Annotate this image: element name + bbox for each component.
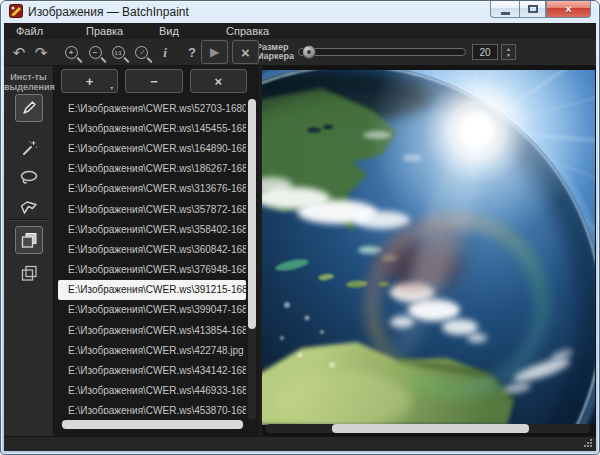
file-list-item[interactable]: E:\Изображения\CWER.ws\399047-1680x1050.… — [58, 300, 246, 320]
minimize-button[interactable] — [490, 1, 519, 18]
info-icon: i — [163, 45, 167, 60]
combine-selection-tool[interactable] — [15, 226, 43, 254]
marker-size-input[interactable]: 20 — [472, 44, 498, 60]
maximize-icon — [528, 5, 538, 13]
zoom-fit-button[interactable]: ↔ — [130, 42, 152, 62]
file-list-item[interactable]: E:\Изображения\CWER.ws\376948-1680x1050.… — [58, 260, 246, 280]
file-list-vertical-scrollbar[interactable] — [248, 98, 256, 420]
layers-outline-icon — [20, 264, 39, 283]
magic-wand-tool[interactable] — [15, 133, 43, 161]
slider-handle-icon[interactable] — [302, 45, 316, 59]
run-icon: ▶ — [210, 45, 219, 59]
toolbar: Размер Маркера 20 ▲ ▼ ↶↷+−1:1↔i?▶× — [4, 39, 596, 66]
file-list-panel: +▾−× E:\Изображения\CWER.ws\52703-1680x1… — [55, 66, 259, 436]
zoom-out-icon: − — [89, 46, 102, 59]
tool-group-separator — [8, 219, 49, 220]
file-list: E:\Изображения\CWER.ws\52703-1680x1050.j… — [58, 98, 246, 414]
run-button[interactable]: ▶ — [201, 40, 228, 64]
close-button[interactable]: × — [546, 1, 591, 18]
file-list-item[interactable]: E:\Изображения\CWER.ws\391215-1680x1050.… — [58, 280, 246, 300]
resize-grip-icon[interactable] — [583, 439, 592, 448]
app-window: Изображения — BatchInpaint × ФайлПравкаВ… — [0, 0, 600, 455]
sidebar-title: Инст-ты выделения — [4, 66, 53, 92]
add-files-button[interactable]: +▾ — [61, 69, 118, 93]
file-list-item[interactable]: E:\Изображения\CWER.ws\413854-1680x1050.… — [58, 320, 246, 340]
zoom-fit-icon: ↔ — [135, 46, 148, 59]
window-title: Изображения — BatchInpaint — [28, 5, 189, 19]
undo-button[interactable]: ↶ — [8, 42, 30, 62]
stop-icon: × — [241, 45, 250, 60]
maximize-button[interactable] — [519, 1, 546, 18]
menu-help[interactable]: Справка — [226, 25, 269, 37]
menu-edit[interactable]: Правка — [86, 25, 123, 37]
file-list-item[interactable]: E:\Изображения\CWER.ws\434142-1680x1050.… — [58, 360, 246, 380]
menu-bar: ФайлПравкаВидСправка — [4, 23, 596, 39]
marker-size-label: Размер Маркера — [256, 43, 296, 61]
zoom-in-icon: + — [65, 46, 78, 59]
file-list-horizontal-scrollbar[interactable] — [61, 420, 244, 429]
info-button[interactable]: i — [154, 42, 176, 62]
remove-file-button[interactable]: − — [125, 69, 182, 93]
pencil-icon — [20, 99, 38, 117]
file-list-item[interactable]: E:\Изображения\CWER.ws\446933-1680x1050.… — [58, 381, 246, 401]
preview-image[interactable] — [262, 70, 595, 425]
file-list-item[interactable]: E:\Изображения\CWER.ws\145455-1680x1050.… — [58, 118, 246, 138]
file-list-item[interactable]: E:\Изображения\CWER.ws\422748.jpg — [58, 340, 246, 360]
redo-icon: ↷ — [35, 45, 48, 60]
undo-icon: ↶ — [13, 45, 26, 60]
preview-horizontal-scrollbar[interactable] — [266, 424, 590, 433]
file-list-item[interactable]: E:\Изображения\CWER.ws\360842-1680x1050.… — [58, 239, 246, 259]
selection-tools-sidebar: Инст-ты выделения — [4, 66, 54, 436]
file-actions: +▾−× — [61, 69, 247, 93]
polygon-lasso-tool[interactable] — [15, 193, 43, 221]
marker-size-spinner[interactable]: ▲ ▼ — [501, 44, 516, 60]
minimize-icon — [501, 12, 510, 15]
file-list-item[interactable]: E:\Изображения\CWER.ws\313676-1680x1050.… — [58, 179, 246, 199]
file-list-item[interactable]: E:\Изображения\CWER.ws\52703-1680x1050.j… — [58, 98, 246, 118]
spin-down-icon[interactable]: ▼ — [506, 52, 511, 58]
zoom-actual-size-icon: 1:1 — [112, 46, 125, 59]
subtract-selection-tool[interactable] — [15, 259, 43, 287]
pencil-tool[interactable] — [15, 94, 43, 122]
main-area: Инст-ты выделения +▾−× E:\Изображения\CW… — [4, 66, 596, 436]
help-icon: ? — [188, 45, 196, 60]
zoom-actual-size-button[interactable]: 1:1 — [107, 42, 129, 62]
scrollbar-thumb[interactable] — [332, 424, 529, 433]
file-list-item[interactable]: E:\Изображения\CWER.ws\453870-1680x1050.… — [58, 401, 246, 414]
marker-size-slider[interactable] — [298, 48, 466, 56]
remove-file-button-icon: − — [150, 74, 158, 89]
scrollbar-thumb[interactable] — [62, 420, 243, 429]
content-area: ФайлПравкаВидСправка Размер Маркера 20 ▲… — [4, 23, 596, 451]
file-list-item[interactable]: E:\Изображения\CWER.ws\358402-1680x1050.… — [58, 219, 246, 239]
polygon-lasso-icon — [19, 199, 39, 216]
clear-files-button-icon: × — [215, 74, 223, 89]
menu-file[interactable]: Файл — [16, 25, 43, 37]
zoom-out-button[interactable]: − — [84, 42, 106, 62]
lasso-tool[interactable] — [15, 163, 43, 191]
caption-buttons: × — [490, 1, 591, 18]
layers-filled-icon — [20, 231, 39, 250]
app-icon — [9, 4, 23, 18]
status-bar — [4, 436, 596, 451]
zoom-in-button[interactable]: + — [60, 42, 82, 62]
file-list-item[interactable]: E:\Изображения\CWER.ws\164890-1680x1050.… — [58, 138, 246, 158]
image-preview-panel — [262, 66, 596, 436]
file-list-item[interactable]: E:\Изображения\CWER.ws\357872-1680x1050.… — [58, 199, 246, 219]
close-icon: × — [565, 4, 571, 15]
scrollbar-thumb[interactable] — [248, 99, 256, 329]
file-list-item[interactable]: E:\Изображения\CWER.ws\186267-1680x1050.… — [58, 159, 246, 179]
menu-view[interactable]: Вид — [159, 25, 179, 37]
magic-wand-icon — [20, 138, 39, 157]
help-button[interactable]: ? — [181, 42, 203, 62]
add-files-button-icon: + — [86, 74, 94, 89]
stop-button[interactable]: × — [232, 40, 259, 64]
lasso-icon — [19, 169, 39, 186]
redo-button[interactable]: ↷ — [30, 42, 52, 62]
clear-files-button[interactable]: × — [190, 69, 247, 93]
dropdown-arrow-icon: ▾ — [110, 84, 113, 91]
title-bar[interactable]: Изображения — BatchInpaint × — [1, 1, 599, 23]
